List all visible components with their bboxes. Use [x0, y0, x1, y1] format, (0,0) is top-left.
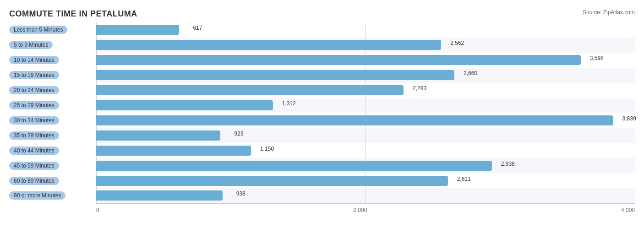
bar: 938 [96, 190, 223, 201]
bar: 1,150 [96, 146, 251, 156]
bar: 2,938 [96, 161, 492, 171]
chart-title: COMMUTE TIME IN PETALUMA [9, 9, 635, 19]
bar-row: 3,598 [96, 53, 635, 67]
bar-row: 1,312 [96, 98, 635, 113]
label-pill: 20 to 24 Minutes [9, 86, 59, 94]
bar-label: 5 to 9 Minutes [9, 38, 96, 52]
bar-row: 1,150 [96, 143, 635, 158]
bar: 3,839 [96, 115, 613, 125]
bar-row: 2,283 [96, 83, 635, 98]
bar-value-label: 938 [236, 190, 246, 197]
bar: 2,611 [96, 176, 448, 186]
bars-inner: 6172,5623,5982,6602,2831,3123,8399231,15… [96, 22, 635, 203]
bar-label: Less than 5 Minutes [9, 22, 96, 37]
bar-value-label: 617 [193, 25, 202, 31]
label-pill: 40 to 44 Minutes [9, 147, 59, 155]
bar-value-label: 2,660 [464, 70, 477, 76]
bar-row: 3,839 [96, 113, 635, 128]
bar-value-label: 1,312 [282, 100, 296, 107]
chart-container: COMMUTE TIME IN PETALUMA Source: ZipAtla… [0, 0, 644, 239]
x-axis: 02,0004,000 [96, 203, 635, 213]
x-axis-tick: 0 [96, 207, 99, 213]
bar-value-label: 2,283 [413, 85, 426, 92]
x-axis-tick: 2,000 [353, 207, 367, 213]
label-pill: 35 to 39 Minutes [9, 131, 59, 140]
label-pill: 25 to 29 Minutes [9, 101, 59, 109]
bar: 923 [96, 130, 220, 141]
bar-value-label: 2,611 [457, 176, 471, 182]
labels-column: Less than 5 Minutes5 to 9 Minutes10 to 1… [9, 22, 96, 213]
bar-value-label: 3,839 [622, 115, 636, 122]
bar-label: 25 to 29 Minutes [9, 98, 96, 113]
bar-value-label: 923 [234, 130, 243, 137]
bar-label: 90 or more Minutes [9, 188, 96, 203]
bar-row: 923 [96, 128, 635, 143]
x-axis-tick: 4,000 [621, 207, 635, 213]
bar: 1,312 [96, 100, 273, 110]
bar-value-label: 2,562 [450, 40, 464, 46]
bar-label: 20 to 24 Minutes [9, 83, 96, 98]
label-pill: 10 to 14 Minutes [9, 56, 59, 64]
label-pill: 15 to 19 Minutes [9, 71, 59, 79]
bar-row: 2,938 [96, 158, 635, 173]
bar-row: 2,611 [96, 174, 635, 188]
source-label: Source: ZipAtlas.com [583, 9, 635, 16]
bar-label: 45 to 59 Minutes [9, 158, 96, 173]
bar-label: 40 to 44 Minutes [9, 143, 96, 158]
bar-label: 35 to 39 Minutes [9, 128, 96, 143]
label-pill: 5 to 9 Minutes [9, 41, 53, 49]
bar: 617 [96, 25, 179, 35]
label-pill: 90 or more Minutes [9, 191, 65, 200]
bars-wrapper: 6172,5623,5982,6602,2831,3123,8399231,15… [96, 22, 635, 213]
bar: 2,660 [96, 70, 454, 80]
bar-row: 938 [96, 188, 635, 203]
bar: 2,283 [96, 85, 404, 95]
label-pill: Less than 5 Minutes [9, 26, 67, 34]
bar-row: 617 [96, 22, 635, 37]
bar-label: 60 to 89 Minutes [9, 174, 96, 188]
bar: 2,562 [96, 40, 441, 50]
chart-area: Less than 5 Minutes5 to 9 Minutes10 to 1… [9, 22, 635, 213]
bar-row: 2,660 [96, 68, 635, 82]
bar-label: 30 to 34 Minutes [9, 113, 96, 128]
bar-label: 15 to 19 Minutes [9, 68, 96, 82]
bar-row: 2,562 [96, 38, 635, 52]
label-pill: 30 to 34 Minutes [9, 116, 59, 125]
bar-value-label: 2,938 [501, 161, 515, 167]
label-pill: 60 to 89 Minutes [9, 177, 59, 185]
bar-value-label: 3,598 [590, 55, 604, 61]
label-pill: 45 to 59 Minutes [9, 162, 59, 170]
bar-value-label: 1,150 [260, 146, 274, 152]
bar: 3,598 [96, 55, 581, 65]
bar-label: 10 to 14 Minutes [9, 53, 96, 67]
